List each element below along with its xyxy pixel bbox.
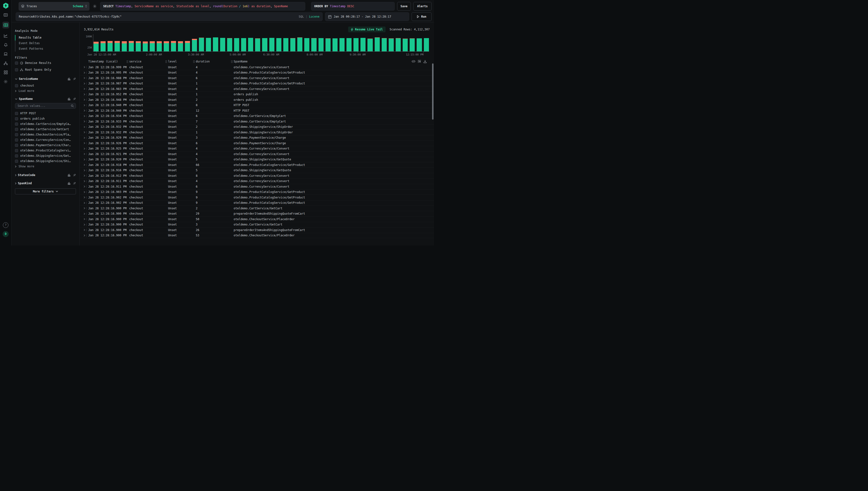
spanname-value[interactable]: oteldemo.ShippingService/Get… xyxy=(15,153,76,158)
histogram-bar[interactable] xyxy=(304,38,309,51)
histogram-bar[interactable] xyxy=(354,38,359,51)
sessions-laptop-icon[interactable] xyxy=(2,51,9,57)
expand-row-icon[interactable] xyxy=(83,185,86,187)
checkbox[interactable] xyxy=(15,84,18,87)
histogram-bar[interactable] xyxy=(100,41,106,51)
histogram-bar[interactable] xyxy=(129,41,134,51)
histogram-bar[interactable] xyxy=(178,41,183,51)
table-row[interactable]: Jan 28 12:28:16.932 PMcheckoutUnset2otel… xyxy=(80,124,434,130)
user-avatar[interactable]: D xyxy=(2,231,9,237)
table-row[interactable]: Jan 28 12:28:16.900 PMcheckoutUnset29pre… xyxy=(80,211,434,217)
chart-facet-icon[interactable] xyxy=(67,174,71,176)
histogram-bar[interactable] xyxy=(367,38,372,51)
settings-gear-icon[interactable] xyxy=(2,78,9,85)
spanname-value[interactable]: oteldemo.ProductCatalogServi… xyxy=(15,148,76,153)
lang-sql-option[interactable]: SQL xyxy=(299,15,304,18)
alerts-bell-icon[interactable] xyxy=(2,41,9,48)
histogram-bar[interactable] xyxy=(157,41,162,51)
dashboards-grid-icon[interactable] xyxy=(2,69,9,76)
checkbox[interactable] xyxy=(15,144,18,147)
histogram-bar[interactable] xyxy=(326,38,331,51)
expand-row-icon[interactable] xyxy=(83,71,86,74)
table-row[interactable]: Jan 28 12:28:16.921 PMcheckoutUnset4otel… xyxy=(80,151,434,157)
histogram-bar[interactable] xyxy=(255,38,260,51)
table-row[interactable]: Jan 28 12:28:16.911 PMcheckoutUnset4otel… xyxy=(80,179,434,184)
query-language-toggle[interactable]: SQL | Lucene xyxy=(296,15,320,18)
table-row[interactable]: Jan 28 12:28:16.988 PMcheckoutUnset6otel… xyxy=(80,76,434,81)
table-row[interactable]: Jan 28 12:28:16.900 PMcheckoutUnset2otel… xyxy=(80,206,434,211)
col-level[interactable]: level xyxy=(166,60,193,63)
expand-row-icon[interactable] xyxy=(83,196,86,199)
servicename-load-more[interactable]: Load more xyxy=(15,88,76,93)
checkbox[interactable] xyxy=(15,160,18,163)
histogram-bar[interactable] xyxy=(375,37,380,51)
col-timestamp[interactable]: Timestamp (Local) xyxy=(88,60,127,63)
table-row[interactable]: Jan 28 12:28:16.902 PMcheckoutUnset9otel… xyxy=(80,195,434,200)
service-map-icon[interactable] xyxy=(2,60,9,66)
spanname-value[interactable]: orders publish xyxy=(15,116,76,121)
expand-row-icon[interactable] xyxy=(83,77,86,79)
histogram-bar[interactable] xyxy=(332,38,337,51)
expand-row-icon[interactable] xyxy=(83,224,86,226)
spanname-value[interactable]: oteldemo.PaymentService/Char… xyxy=(15,143,76,148)
table-row[interactable]: Jan 28 12:28:16.925 PMcheckoutUnset4otel… xyxy=(80,146,434,152)
expand-row-icon[interactable] xyxy=(83,104,86,106)
sql-select-editor[interactable]: SELECT Timestamp, ServiceName as service… xyxy=(100,2,305,10)
chart-facet-icon[interactable] xyxy=(67,182,71,185)
servicename-value[interactable]: checkout xyxy=(15,83,76,88)
histogram-bar[interactable] xyxy=(150,41,155,51)
pin-icon[interactable] xyxy=(73,182,76,185)
histogram-bar[interactable] xyxy=(403,38,408,51)
analysis-mode-item[interactable]: Event Patterns xyxy=(15,46,76,52)
col-duration[interactable]: duration xyxy=(193,60,231,63)
expand-row-icon[interactable] xyxy=(83,98,86,101)
histogram-bar[interactable] xyxy=(276,38,281,51)
drag-grip-icon[interactable] xyxy=(166,60,167,63)
spanname-value[interactable]: oteldemo.ShippingService/Shi… xyxy=(15,158,76,164)
section-statuscode[interactable]: StatusCode xyxy=(15,173,76,177)
histogram-bar[interactable] xyxy=(164,41,169,51)
table-row[interactable]: Jan 28 12:28:16.983 PMcheckoutUnset4otel… xyxy=(80,86,434,92)
histogram-bar[interactable] xyxy=(136,41,141,51)
table-row[interactable]: Jan 28 12:28:16.902 PMcheckoutUnset9otel… xyxy=(80,200,434,206)
table-row[interactable]: Jan 28 12:28:16.929 PMcheckoutUnset3otel… xyxy=(80,135,434,141)
chart-explorer-icon[interactable] xyxy=(2,32,9,39)
expand-row-icon[interactable] xyxy=(83,88,86,90)
expand-row-icon[interactable] xyxy=(83,115,86,117)
expand-row-icon[interactable] xyxy=(83,110,86,112)
histogram-bar[interactable] xyxy=(269,38,274,51)
histogram-bar[interactable] xyxy=(410,38,415,51)
histogram-bar[interactable] xyxy=(339,38,345,51)
root-spans-only-toggle[interactable]: Root Spans Only xyxy=(15,66,76,73)
expand-row-icon[interactable] xyxy=(83,120,86,122)
histogram-bar[interactable] xyxy=(220,38,225,51)
histogram-bar[interactable] xyxy=(185,41,190,51)
expand-row-icon[interactable] xyxy=(83,169,86,171)
collapse-sidebar-icon[interactable] xyxy=(2,11,9,18)
spanname-value[interactable]: oteldemo.CartService/GetCart xyxy=(15,126,76,132)
histogram-bar[interactable] xyxy=(143,41,148,51)
checkbox[interactable] xyxy=(15,61,18,65)
checkbox[interactable] xyxy=(15,68,18,71)
drag-grip-icon[interactable] xyxy=(193,60,195,63)
histogram-bar[interactable] xyxy=(311,38,316,51)
table-row[interactable]: Jan 28 12:28:16.900 PMcheckoutUnset26pre… xyxy=(80,227,434,233)
histogram-bar[interactable] xyxy=(283,38,288,51)
wrap-lines-icon[interactable] xyxy=(418,60,421,63)
download-csv-icon[interactable] xyxy=(423,60,427,63)
expand-row-icon[interactable] xyxy=(83,153,86,155)
spanname-value[interactable]: HTTP POST xyxy=(15,111,76,116)
table-row[interactable]: Jan 28 12:28:16.903 PMcheckoutUnset9otel… xyxy=(80,190,434,195)
histogram-bar[interactable] xyxy=(241,38,246,51)
save-button[interactable]: Save xyxy=(397,2,411,10)
histogram-bar[interactable] xyxy=(171,41,176,51)
histogram-bar[interactable] xyxy=(248,38,253,51)
drag-grip-icon[interactable] xyxy=(127,60,128,63)
hyperdx-logo-icon[interactable] xyxy=(2,2,9,9)
checkbox[interactable] xyxy=(15,133,18,136)
schema-link[interactable]: Schema xyxy=(73,5,83,8)
histogram-bar[interactable] xyxy=(424,38,429,51)
col-service[interactable]: service xyxy=(127,60,166,63)
checkbox[interactable] xyxy=(15,117,18,120)
chart-facet-icon[interactable] xyxy=(67,97,71,100)
